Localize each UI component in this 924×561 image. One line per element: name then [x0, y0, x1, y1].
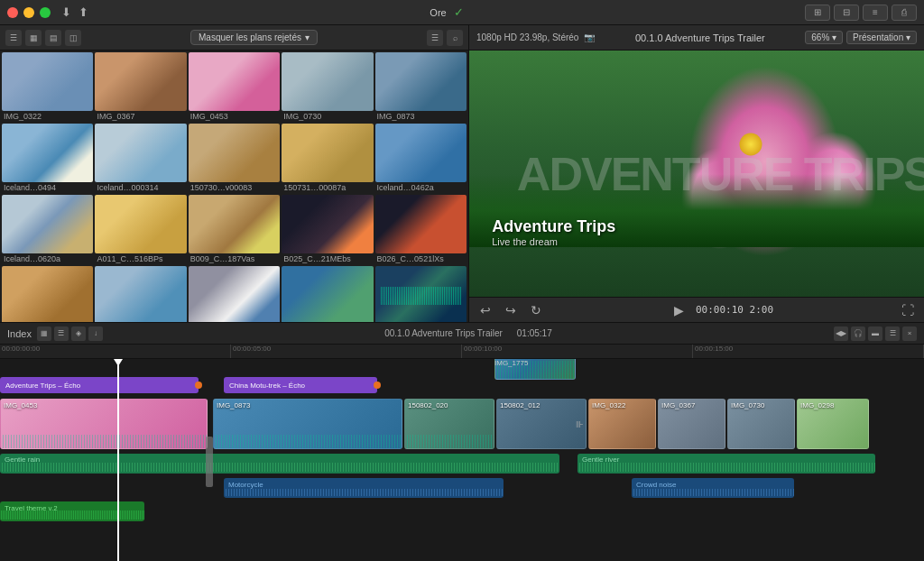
viewer-canvas: ADVENTURE TRIPS Adventure Trips Live the… [469, 51, 924, 297]
clip-b009-label: B009_C…187Vas [189, 253, 280, 264]
video-clip-img0453[interactable]: IMG_0453 [0, 399, 208, 449]
clip-c003[interactable]: C003_C…WZacs [282, 266, 373, 322]
tl-icon-grid[interactable]: ▦ [37, 326, 51, 341]
tl-menu-icon[interactable]: ☰ [885, 326, 900, 341]
loop-icon[interactable]: ↻ [527, 303, 545, 317]
video-clip-150802-012[interactable]: 150802_012 ⊪ [496, 399, 587, 449]
tl-icon-list[interactable]: ☰ [54, 326, 69, 341]
ruler-time-2: 00:00:10:00 [464, 345, 502, 353]
audio-gentle-rain[interactable]: Gentle rain [0, 454, 559, 474]
clip-icon[interactable]: ◫ [65, 30, 81, 46]
format-text: 1080p HD 23.98p, Stéréo [476, 32, 578, 42]
filmstrip-icon[interactable]: ▤ [45, 30, 61, 46]
clip-iceland462a[interactable]: Iceland…0462a [375, 124, 467, 193]
video-clip-img0367[interactable]: IMG_0367 [658, 399, 725, 449]
clip-150731[interactable]: 150731…00087a [282, 124, 373, 193]
viewer-title-area: 00.1.0 Adventure Trips Trailer [602, 32, 798, 43]
view-btn-3[interactable]: ≡ [863, 5, 888, 21]
forward-icon[interactable]: ↪ [502, 303, 520, 317]
tl-close-icon[interactable]: × [902, 326, 917, 341]
zoom-button[interactable]: 66% ▾ [805, 31, 843, 44]
titlebar-right: ⊞ ⊟ ≡ ⎙ [805, 5, 917, 21]
list-icon[interactable]: ☰ [427, 30, 443, 46]
video-preview: ADVENTURE TRIPS Adventure Trips Live the… [469, 51, 924, 297]
tl-vol-icon[interactable]: ▬ [868, 326, 882, 341]
play-button[interactable]: ▶ [670, 303, 688, 317]
clip-img0873[interactable]: IMG_0873 [375, 52, 467, 122]
audio-track-china-motu[interactable]: China Motu-trek – Écho [224, 377, 377, 393]
clip-b026[interactable]: B026_C…0521lXs [375, 195, 467, 264]
video-clip-img0298[interactable]: IMG_0298 [797, 399, 869, 449]
download-icon: ⬇ [61, 5, 71, 19]
browser-view-icons: ☰ ▦ ▤ ◫ [5, 30, 81, 46]
clip-b028[interactable]: B028_C…21A6as [2, 266, 93, 322]
clip-img0453[interactable]: IMG_0453 [189, 52, 280, 122]
clip-travel-theme[interactable]: Travel theme v.2 [375, 266, 467, 322]
clip-iceland314[interactable]: Iceland…000314 [95, 124, 186, 193]
clip-a011[interactable]: A011_C…516BPs [95, 195, 186, 264]
vclip-img0298-label: IMG_0298 [800, 401, 834, 409]
video-clip-150802-020[interactable]: 150802_020 [404, 399, 494, 449]
tl-icon-settings[interactable]: ◈ [71, 326, 86, 341]
clip-img0322-label: IMG_0322 [2, 111, 93, 122]
background-text: ADVENTURE TRIPS [517, 147, 924, 201]
video-clip-img0873[interactable]: IMG_0873 [213, 399, 402, 449]
clip-b009[interactable]: B009_C…187Vas [189, 195, 280, 264]
filter-button[interactable]: Masquer les plans rejetés ▾ [190, 30, 318, 45]
clip-img0367[interactable]: IMG_0367 [95, 52, 186, 122]
view-btn-4[interactable]: ⎙ [892, 5, 917, 21]
video-clip-img0730[interactable]: IMG_0730 [727, 399, 795, 449]
ruler-mark-0: 00:00:00:00 [0, 345, 231, 358]
grid-view-icon[interactable]: ▦ [25, 30, 42, 46]
tl-headphone-icon[interactable]: 🎧 [851, 326, 865, 341]
fullscreen-button[interactable] [40, 7, 51, 18]
clip-img0322[interactable]: IMG_0322 [2, 52, 93, 122]
clip-img0730[interactable]: IMG_0730 [282, 52, 373, 122]
view-btn-2[interactable]: ⊟ [834, 5, 859, 21]
clip-b002[interactable]: B002_C…14TNas [95, 266, 186, 322]
track-connector-dot [195, 382, 202, 389]
tl-zoom-icon[interactable]: ◀▶ [834, 326, 848, 341]
view-btn-1[interactable]: ⊞ [805, 5, 830, 21]
audio-crowd-noise[interactable]: Crowd noise [632, 478, 794, 498]
clip-iceland494[interactable]: Iceland…0494 [2, 124, 93, 193]
fullscreen-icon[interactable]: ⛶ [899, 303, 917, 317]
clip-img1775-label: IMG_1775 [494, 359, 528, 367]
filter-dropdown-area: Masquer les plans rejetés ▾ [87, 30, 421, 45]
video-track-row: IMG_0453 IMG_0873 150802_020 [0, 397, 924, 451]
audio-motorcycle[interactable]: Motorcycle [224, 478, 504, 498]
timeline-section: Index ▦ ☰ ◈ ↓ 00.1.0 Adventure Trips Tra… [0, 323, 924, 561]
back-icon[interactable]: ↩ [476, 303, 494, 317]
ruler-time-3: 00:00:15:00 [695, 345, 733, 353]
clip-a011-label: A011_C…516BPs [95, 253, 186, 264]
audio-track-purple1-label: Adventure Trips – Écho [5, 382, 80, 390]
waveform-gentle-rain [0, 463, 559, 472]
browser-grid: IMG_0322 IMG_0367 IMG_0453 IMG_0730 IMG_… [0, 51, 468, 322]
clip-150730[interactable]: 150730…v00083 [189, 124, 280, 193]
close-button[interactable] [7, 7, 18, 18]
audio-travel-theme[interactable]: Travel theme v.2 [0, 501, 144, 521]
browser-panel: ☰ ▦ ▤ ◫ Masquer les plans rejetés ▾ ☰ ⌕ [0, 25, 469, 322]
waveform-gentle-river [578, 463, 875, 472]
clip-iceland620a[interactable]: Iceland…0620a [2, 195, 93, 264]
presentation-button[interactable]: Présentation ▾ [846, 31, 917, 44]
video-clip-img0322[interactable]: IMG_0322 [588, 399, 656, 449]
timeline-center-info: 00.1.0 Adventure Trips Trailer 01:05:17 [108, 328, 828, 338]
minimize-button[interactable] [23, 7, 34, 18]
viewer-format-info: 1080p HD 23.98p, Stéréo 📷 [476, 32, 595, 42]
clip-b025[interactable]: B025_C…21MEbs [282, 195, 373, 264]
timeline-label: Index [7, 328, 32, 339]
clip-150731-label: 150731…00087a [282, 182, 373, 193]
traffic-lights [7, 7, 51, 18]
timeline-left-icons: ▦ ☰ ◈ ↓ [37, 326, 103, 341]
search-icon[interactable]: ⌕ [447, 30, 463, 46]
track-connector-dot-2 [374, 382, 381, 389]
viewer-toolbar: 1080p HD 23.98p, Stéréo 📷 00.1.0 Adventu… [469, 25, 924, 51]
clip-c004[interactable]: C004_C…5U6acs [189, 266, 280, 322]
clip-150730-label: 150730…v00083 [189, 182, 280, 193]
clip-b026-label: B026_C…0521lXs [375, 253, 467, 264]
audio-gentle-river[interactable]: Gentle river [578, 454, 875, 474]
audio-track-adventure-trips[interactable]: Adventure Trips – Écho [0, 377, 199, 393]
list-view-icon[interactable]: ☰ [5, 30, 22, 46]
tl-icon-arrow[interactable]: ↓ [88, 326, 103, 341]
